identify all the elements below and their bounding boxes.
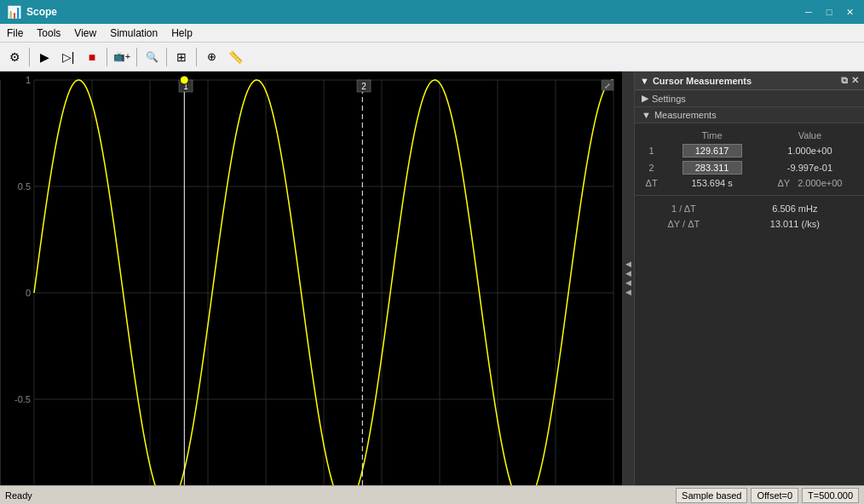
derived2-value: 13.011 (/ks)	[729, 216, 861, 232]
measurements-section-header[interactable]: ▼ Measurements	[635, 107, 864, 123]
maximize-button[interactable]: □	[821, 4, 837, 20]
settings-expand-icon: ▶	[642, 93, 648, 104]
derived1-row: 1 / ΔT 6.506 mHz	[638, 201, 861, 216]
step-button[interactable]: ▷|	[57, 46, 79, 68]
sample-based-text: Sample based	[682, 490, 741, 501]
settings-label: Settings	[652, 94, 686, 104]
addchannel-button[interactable]: 📺+	[111, 46, 133, 68]
menu-help[interactable]: Help	[164, 24, 199, 42]
cursor2-value: -9.997e-01	[759, 159, 861, 176]
time-section: T=500.000	[802, 488, 859, 503]
svg-point-40	[180, 76, 188, 84]
main-content: 1 0.5 0 -0.5 -1 0 50 100 150 200 250 300…	[0, 72, 864, 485]
menu-bar: File Tools View Simulation Help	[0, 24, 864, 43]
sep1	[29, 48, 30, 66]
offset-text: Offset=0	[757, 490, 792, 501]
svg-rect-0	[0, 72, 622, 485]
svg-text:2: 2	[361, 82, 366, 91]
cursor2-row: 2 -9.997e-01	[638, 159, 861, 176]
menu-simulation[interactable]: Simulation	[103, 24, 164, 42]
status-bar: Ready Sample based Offset=0 T=500.000	[0, 485, 864, 504]
toolbar: ⚙ ▶ ▷| ■ 📺+ 🔍 ⊞ ⊕ 📏	[0, 43, 864, 72]
cursor2-label: 2	[638, 159, 665, 176]
svg-text:0: 0	[26, 288, 31, 298]
menu-tools[interactable]: Tools	[30, 24, 67, 42]
delta-t-value: 153.694 s	[665, 176, 759, 190]
close-button[interactable]: ✕	[842, 4, 857, 20]
cursor-measurements-panel: ▼ Cursor Measurements ⧉ ✕ ▶ Settings ▼ M…	[634, 72, 864, 485]
cursor1-time-input[interactable]	[683, 144, 742, 158]
minimize-button[interactable]: ─	[801, 4, 816, 20]
cursor-button[interactable]: ⊕	[200, 46, 222, 68]
menu-file[interactable]: File	[0, 24, 30, 42]
delta-row: ΔT 153.694 s ΔY 2.000e+00	[638, 176, 861, 190]
derived1-value: 6.506 mHz	[729, 201, 861, 216]
sep2	[107, 48, 107, 66]
autoscale-button[interactable]: ⊞	[170, 46, 193, 68]
cursor1-value: 1.000e+00	[759, 142, 861, 159]
measure-button[interactable]: 📏	[224, 46, 246, 68]
cursor-panel-close-icon[interactable]: ✕	[851, 75, 859, 86]
col-value-header: Value	[759, 129, 861, 142]
cursor-panel-expand-icon[interactable]: ▼	[640, 76, 649, 86]
title-icon: 📊	[7, 5, 21, 19]
delta-y-label: ΔY	[777, 178, 790, 188]
settings-section-header[interactable]: ▶ Settings	[635, 90, 864, 107]
cursor-panel-title: Cursor Measurements	[653, 76, 752, 86]
delta-y-value: 2.000e+00	[798, 178, 842, 188]
svg-text:1: 1	[26, 75, 31, 85]
cursor2-time-input[interactable]	[683, 161, 742, 175]
offset-section: Offset=0	[751, 488, 798, 503]
zoom-in-button[interactable]: 🔍	[141, 46, 163, 68]
stop-button[interactable]: ■	[81, 46, 103, 68]
sample-based-section: Sample based	[676, 488, 747, 503]
derived2-label: ΔY / ΔT	[638, 216, 729, 232]
derived2-row: ΔY / ΔT 13.011 (/ks)	[638, 216, 861, 232]
menu-view[interactable]: View	[67, 24, 103, 42]
run-button[interactable]: ▶	[33, 46, 55, 68]
derived1-label: 1 / ΔT	[638, 201, 729, 216]
cursor-panel-undock-icon[interactable]: ⧉	[841, 75, 848, 86]
cursor1-row: 1 1.000e+00	[638, 142, 861, 159]
sep4	[166, 48, 167, 66]
collapse-panel-button[interactable]: ◀ ◀ ◀ ◀	[622, 72, 634, 485]
time-text: T=500.000	[808, 490, 853, 501]
cursor-panel-header: ▼ Cursor Measurements ⧉ ✕	[635, 72, 864, 90]
measurements-table: Time Value 1 1.000e+00 2 -9.997e-01	[635, 123, 864, 195]
svg-text:⤢: ⤢	[604, 82, 611, 90]
title-text: Scope	[26, 6, 796, 18]
status-text: Ready	[5, 490, 672, 501]
svg-text:-0.5: -0.5	[14, 394, 31, 404]
title-bar: 📊 Scope ─ □ ✕	[0, 0, 864, 24]
derived-table: 1 / ΔT 6.506 mHz ΔY / ΔT 13.011 (/ks)	[635, 195, 864, 237]
plot-canvas: 1 0.5 0 -0.5 -1 0 50 100 150 200 250 300…	[0, 72, 622, 485]
sep3	[136, 48, 137, 66]
col-time-header: Time	[665, 129, 759, 142]
delta-t-label: ΔT	[638, 176, 665, 190]
settings-button[interactable]: ⚙	[3, 46, 26, 68]
measurements-expand-icon: ▼	[642, 110, 651, 120]
cursor1-label: 1	[638, 142, 665, 159]
svg-text:0.5: 0.5	[18, 181, 31, 192]
measurements-label: Measurements	[654, 110, 717, 120]
sep5	[196, 48, 197, 66]
plot-area[interactable]: 1 0.5 0 -0.5 -1 0 50 100 150 200 250 300…	[0, 72, 622, 485]
